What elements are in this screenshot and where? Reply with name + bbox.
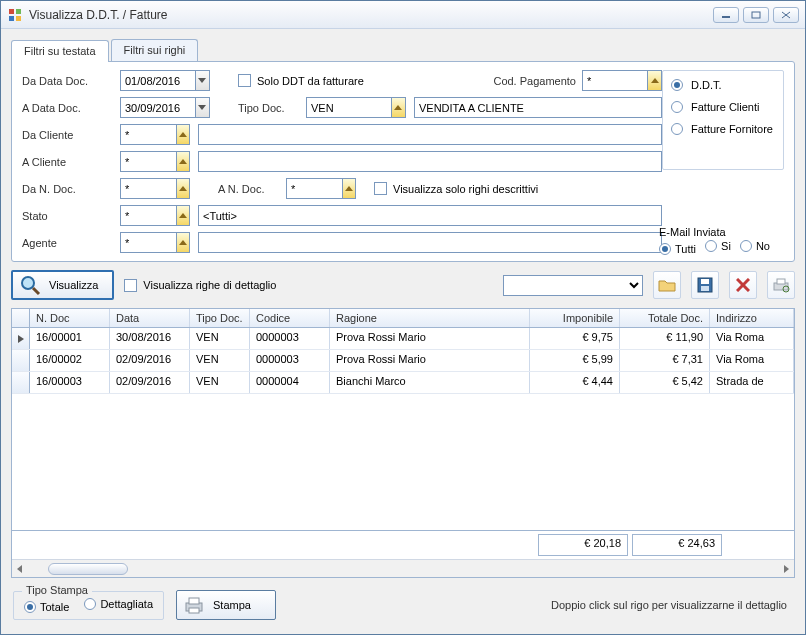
minimize-button[interactable]: [713, 7, 739, 23]
a-data-doc-input[interactable]: [120, 97, 195, 118]
window-title: Visualizza D.D.T. / Fatture: [29, 8, 713, 22]
stato-desc[interactable]: [198, 205, 662, 226]
svg-marker-8: [198, 78, 206, 83]
save-button[interactable]: [691, 271, 719, 299]
stato-label: Stato: [22, 210, 112, 222]
da-n-doc-field[interactable]: [120, 178, 190, 199]
dettaglio-righe-label: Visualizza righe di dettaglio: [143, 279, 276, 291]
svg-marker-12: [179, 132, 187, 137]
radio-email-no[interactable]: No: [740, 240, 770, 252]
a-n-doc-field[interactable]: [286, 178, 356, 199]
table-row[interactable]: 16/0000202/09/2016VEN0000003Prova Rossi …: [12, 350, 794, 372]
da-data-doc-field[interactable]: [120, 70, 210, 91]
close-button[interactable]: [773, 7, 799, 23]
tipo-doc-desc[interactable]: [414, 97, 662, 118]
da-cliente-desc[interactable]: [198, 124, 662, 145]
lookup-icon[interactable]: [176, 124, 190, 145]
tab-filtri-testata[interactable]: Filtri su testata: [11, 40, 109, 62]
app-window: Visualizza D.D.T. / Fatture Filtri su te…: [0, 0, 806, 635]
svg-rect-26: [777, 279, 785, 284]
col-totale[interactable]: Totale Doc.: [620, 309, 710, 327]
stampa-button[interactable]: Stampa: [176, 590, 276, 620]
col-ndoc[interactable]: N. Doc: [30, 309, 110, 327]
svg-rect-0: [9, 9, 14, 14]
svg-line-19: [33, 288, 39, 294]
agente-desc[interactable]: [198, 232, 662, 253]
stampa-label: Stampa: [213, 599, 251, 611]
radio-fatture-clienti[interactable]: Fatture Clienti: [671, 101, 775, 113]
cod-pagamento-field[interactable]: [582, 70, 662, 91]
col-tipo[interactable]: Tipo Doc.: [190, 309, 250, 327]
col-indirizzo[interactable]: Indirizzo: [710, 309, 794, 327]
svg-marker-14: [179, 186, 187, 191]
da-cliente-field[interactable]: [120, 124, 190, 145]
tipo-doc-label: Tipo Doc.: [238, 102, 298, 114]
dropdown-empty[interactable]: [503, 275, 643, 296]
table-row[interactable]: 16/0000130/08/2016VEN0000003Prova Rossi …: [12, 328, 794, 350]
radio-fatture-fornitore[interactable]: Fatture Fornitore: [671, 123, 775, 135]
doc-type-group: D.D.T. Fatture Clienti Fatture Fornitore: [662, 70, 784, 170]
lookup-icon[interactable]: [647, 70, 662, 91]
tipo-doc-field[interactable]: [306, 97, 406, 118]
email-inviata-group: E-Mail Inviata Tutti Si No: [659, 226, 784, 255]
scroll-right-icon[interactable]: [778, 561, 794, 577]
visualizza-label: Visualizza: [49, 279, 98, 291]
radio-email-tutti[interactable]: Tutti: [659, 243, 696, 255]
open-folder-button[interactable]: [653, 271, 681, 299]
radio-stampa-totale[interactable]: Totale: [24, 601, 69, 613]
tipo-doc-input[interactable]: [306, 97, 391, 118]
col-imponibile[interactable]: Imponibile: [530, 309, 620, 327]
radio-stampa-dettagliata[interactable]: Dettagliata: [84, 598, 153, 610]
da-n-doc-input[interactable]: [120, 178, 176, 199]
agente-label: Agente: [22, 237, 112, 249]
grid-footer: € 20,18 € 24,63: [12, 530, 794, 559]
svg-rect-33: [189, 608, 199, 613]
a-data-doc-field[interactable]: [120, 97, 210, 118]
a-cliente-desc[interactable]: [198, 151, 662, 172]
scroll-thumb[interactable]: [48, 563, 128, 575]
col-data[interactable]: Data: [110, 309, 190, 327]
a-n-doc-input[interactable]: [286, 178, 342, 199]
svg-marker-28: [18, 335, 24, 343]
table-row[interactable]: 16/0000302/09/2016VEN0000004Bianchi Marc…: [12, 372, 794, 394]
chevron-down-icon[interactable]: [195, 70, 210, 91]
delete-button[interactable]: [729, 271, 757, 299]
dettaglio-righe-checkbox[interactable]: [124, 279, 137, 292]
da-cliente-label: Da Cliente: [22, 129, 112, 141]
lookup-icon[interactable]: [176, 205, 190, 226]
cod-pagamento-input[interactable]: [582, 70, 647, 91]
lookup-icon[interactable]: [176, 151, 190, 172]
agente-field[interactable]: [120, 232, 190, 253]
da-cliente-input[interactable]: [120, 124, 176, 145]
svg-marker-17: [179, 240, 187, 245]
lookup-icon[interactable]: [176, 178, 190, 199]
tab-filtri-righi[interactable]: Filtri sui righi: [111, 39, 199, 61]
col-codice[interactable]: Codice: [250, 309, 330, 327]
horizontal-scrollbar[interactable]: [12, 559, 794, 577]
chevron-down-icon[interactable]: [195, 97, 210, 118]
stato-input[interactable]: [120, 205, 176, 226]
scroll-left-icon[interactable]: [12, 561, 28, 577]
svg-marker-10: [198, 105, 206, 110]
col-ragione[interactable]: Ragione: [330, 309, 530, 327]
tipo-stampa-legend: Tipo Stampa: [22, 584, 92, 596]
visualizza-button[interactable]: Visualizza: [11, 270, 114, 300]
print-preview-button[interactable]: [767, 271, 795, 299]
stato-field[interactable]: [120, 205, 190, 226]
radio-email-si[interactable]: Si: [705, 240, 731, 252]
lookup-icon[interactable]: [176, 232, 190, 253]
lookup-icon[interactable]: [342, 178, 356, 199]
a-cliente-field[interactable]: [120, 151, 190, 172]
visualizza-righi-label: Visualizza solo righi descrittivi: [393, 183, 538, 195]
app-icon: [7, 7, 23, 23]
a-cliente-input[interactable]: [120, 151, 176, 172]
radio-ddt[interactable]: D.D.T.: [671, 79, 775, 91]
visualizza-righi-checkbox[interactable]: [374, 182, 387, 195]
lookup-icon[interactable]: [391, 97, 406, 118]
da-data-doc-input[interactable]: [120, 70, 195, 91]
solo-ddt-checkbox[interactable]: [238, 74, 251, 87]
svg-rect-1: [16, 9, 21, 14]
agente-input[interactable]: [120, 232, 176, 253]
maximize-button[interactable]: [743, 7, 769, 23]
svg-marker-29: [17, 565, 22, 573]
